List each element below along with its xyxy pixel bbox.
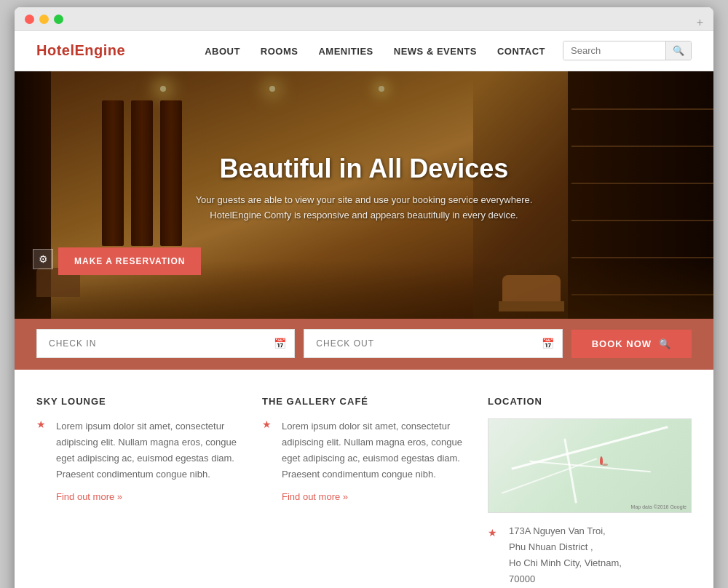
- sky-lounge-find-more[interactable]: Find out more: [56, 491, 122, 502]
- nav-item-contact[interactable]: CONTACT: [497, 44, 545, 57]
- features-grid: SKY LOUNGE ★ Lorem ipsum dolor sit amet,…: [36, 396, 692, 588]
- gallery-cafe-body: ★ Lorem ipsum dolor sit amet, consectetu…: [262, 418, 466, 503]
- nav-link-contact[interactable]: CONTACT: [497, 46, 545, 57]
- brand-logo: HotelEngine: [36, 42, 125, 59]
- location-address-text: 173A Nguyen Van Troi, Phu Nhuan District…: [509, 523, 622, 587]
- nav-item-about[interactable]: ABOUT: [205, 44, 240, 57]
- hero-content: Beautiful in All Devices Your guests are…: [182, 154, 546, 223]
- maximize-button[interactable]: [54, 15, 63, 24]
- location-star-icon: ★: [488, 525, 497, 542]
- hero-title: Beautiful in All Devices: [182, 154, 546, 184]
- browser-buttons: [25, 15, 63, 24]
- nav-link-news[interactable]: NEWS & EVENTS: [394, 46, 477, 57]
- browser-chrome: +: [15, 7, 713, 31]
- nav-link-about[interactable]: ABOUT: [205, 46, 240, 57]
- nav-menu: ABOUT ROOMS AMENITIES NEWS & EVENTS CONT…: [205, 44, 545, 57]
- search-box: 🔍: [563, 41, 692, 60]
- booking-bar: 📅 📅 BOOK NOW 🔍: [15, 317, 713, 370]
- search-input[interactable]: [563, 41, 665, 60]
- hero-subtitle: Your guests are able to view your site a…: [182, 193, 546, 223]
- nav-item-rooms[interactable]: ROOMS: [261, 44, 298, 57]
- sky-lounge-body: ★ Lorem ipsum dolor sit amet, consectetu…: [36, 418, 240, 503]
- checkin-input[interactable]: [36, 329, 295, 358]
- gallery-cafe-find-more[interactable]: Find out more: [282, 491, 348, 502]
- reservation-button[interactable]: MAKE A RESERVATION: [58, 247, 201, 275]
- book-now-search-icon: 🔍: [659, 338, 671, 349]
- location-title: LOCATION: [488, 396, 692, 407]
- checkout-field: 📅: [304, 329, 562, 358]
- sky-lounge-star-icon: ★: [36, 418, 46, 430]
- gallery-cafe-title: THE GALLERY CAFÉ: [262, 396, 466, 407]
- nav-link-rooms[interactable]: ROOMS: [261, 46, 298, 57]
- location-section: LOCATION Map data ©2016 Google ★: [488, 396, 692, 588]
- nav-item-amenities[interactable]: AMENITIES: [318, 44, 373, 57]
- gallery-cafe-star-icon: ★: [262, 418, 272, 430]
- book-now-label: BOOK NOW: [592, 338, 652, 349]
- search-button[interactable]: 🔍: [665, 41, 691, 60]
- location-address: ★ 173A Nguyen Van Troi, Phu Nhuan Distri…: [488, 523, 692, 588]
- book-now-button[interactable]: BOOK NOW 🔍: [571, 330, 692, 358]
- map-image: Map data ©2016 Google: [488, 418, 692, 513]
- gear-icon[interactable]: ⚙: [33, 249, 53, 269]
- gallery-cafe-section: THE GALLERY CAFÉ ★ Lorem ipsum dolor sit…: [262, 396, 466, 588]
- sky-lounge-section: SKY LOUNGE ★ Lorem ipsum dolor sit amet,…: [36, 396, 240, 588]
- sky-lounge-text: Lorem ipsum dolor sit amet, consectetur …: [56, 418, 240, 482]
- close-button[interactable]: [25, 15, 34, 24]
- main-content: SKY LOUNGE ★ Lorem ipsum dolor sit amet,…: [15, 370, 713, 588]
- minimize-button[interactable]: [39, 15, 49, 24]
- browser-window: + HotelEngine ABOUT ROOMS AMENITIES NEWS…: [15, 7, 713, 588]
- sky-lounge-title: SKY LOUNGE: [36, 396, 240, 407]
- checkout-input[interactable]: [304, 329, 562, 358]
- checkin-calendar-icon: 📅: [274, 338, 286, 349]
- nav-link-amenities[interactable]: AMENITIES: [318, 46, 373, 57]
- navbar: HotelEngine ABOUT ROOMS AMENITIES NEWS &…: [15, 31, 713, 71]
- new-tab-icon[interactable]: +: [697, 17, 703, 27]
- nav-item-news[interactable]: NEWS & EVENTS: [394, 44, 477, 57]
- hero-section: Beautiful in All Devices Your guests are…: [15, 71, 713, 319]
- checkin-field: 📅: [36, 329, 295, 358]
- gallery-cafe-text: Lorem ipsum dolor sit amet, consectetur …: [282, 418, 466, 482]
- checkout-calendar-icon: 📅: [542, 338, 554, 349]
